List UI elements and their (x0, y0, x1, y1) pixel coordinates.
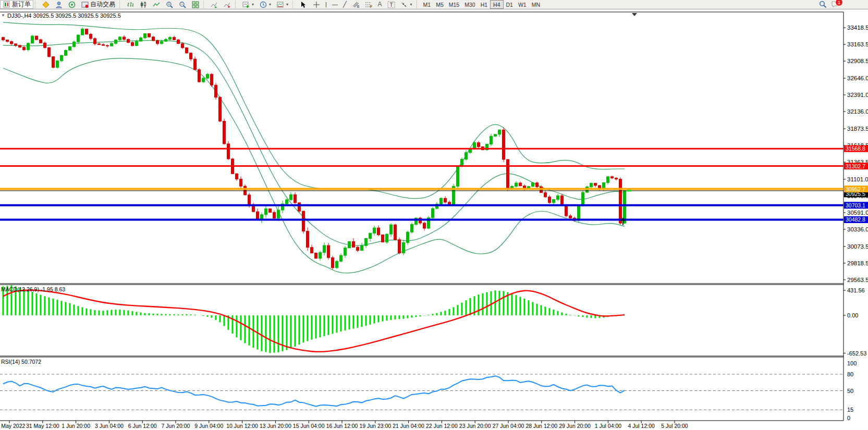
current-price-tick (627, 190, 631, 191)
autotrading-label: 自动交易 (90, 0, 115, 9)
timeframe-m1[interactable]: M1 (421, 1, 434, 8)
text-tool-button[interactable]: A (375, 0, 385, 9)
new-order-button[interactable]: 新订单 (0, 0, 33, 9)
timeframe-w1[interactable]: W1 (516, 1, 529, 8)
one-click-trading-toggle[interactable]: ▼ (1, 13, 5, 18)
chevron-down-icon[interactable]: ▾ (410, 2, 412, 7)
price-axis[interactable]: 33418.533163.532908.532646.032391.032136… (843, 24, 868, 283)
signals-button[interactable] (65, 0, 78, 9)
svg-text:9 Jun 04:00: 9 Jun 04:00 (194, 423, 223, 429)
svg-text:32391.0: 32391.0 (847, 92, 868, 98)
svg-text:32646.0: 32646.0 (847, 75, 868, 81)
profile-button[interactable] (52, 0, 65, 9)
templates-button[interactable]: ▾ (274, 0, 291, 9)
chevron-down-icon[interactable]: ▾ (252, 2, 254, 7)
chart-ohlc-values: 30925.5 30925.5 30925.5 30925.5 (33, 13, 121, 19)
chart-title: DJ30-,H4 30925.5 30925.5 30925.5 30925.5 (7, 13, 121, 19)
svg-text:100: 100 (847, 360, 857, 366)
toolbar-separator (417, 1, 419, 8)
bar-chart-icon (126, 1, 134, 8)
horizontal-line-tool-button[interactable]: — (329, 0, 340, 9)
svg-text:23 Jun 20:00: 23 Jun 20:00 (459, 423, 491, 429)
svg-text:-652.53: -652.53 (847, 350, 866, 357)
toolbar-separator (119, 1, 122, 8)
cursor-tool-button[interactable] (297, 0, 310, 9)
timeframe-d1[interactable]: D1 (504, 1, 516, 8)
chart-frame (0, 12, 843, 421)
channel-tool-button[interactable]: E (349, 0, 362, 9)
svg-text:6 Jun 12:00: 6 Jun 12:00 (128, 423, 157, 429)
tile-windows-button[interactable] (189, 0, 202, 9)
timeframe-bar: M1M5M15M30H1H4D1W1MN (421, 0, 543, 9)
svg-text:31873.5: 31873.5 (847, 126, 868, 132)
bar-chart-mode-button[interactable] (124, 0, 137, 9)
chart-canvas[interactable]: 33418.533163.532908.532646.032391.032136… (0, 9, 868, 430)
timeframe-m15[interactable]: M15 (446, 1, 462, 8)
chevron-down-icon[interactable]: ▾ (286, 2, 288, 7)
text-label-icon: T (387, 1, 395, 8)
svg-text:431.56: 431.56 (847, 287, 865, 293)
periods-button[interactable]: ▾ (256, 0, 274, 9)
zoom-out-button[interactable] (176, 0, 189, 9)
auto-scroll-button[interactable] (207, 0, 221, 9)
svg-text:32908.5: 32908.5 (847, 58, 868, 64)
horizontal-level-lines[interactable] (0, 149, 843, 219)
candlestick-chart-icon (139, 1, 147, 8)
cursor-icon (299, 1, 307, 8)
search-icon[interactable] (819, 1, 827, 8)
chart-shift-button[interactable] (221, 0, 234, 9)
metaeditor-button[interactable] (39, 0, 52, 9)
fibonacci-tool-button[interactable]: F (362, 0, 375, 9)
add-indicator-button[interactable]: ▾ (239, 0, 256, 9)
svg-text:29 Jun 20:00: 29 Jun 20:00 (559, 423, 591, 429)
trendline-tool-button[interactable]: ╱ (340, 0, 349, 9)
svg-text:7 Jun 20:00: 7 Jun 20:00 (162, 423, 190, 429)
macd-axis: 431.560.00-652.53 (843, 287, 866, 356)
new-order-label: 新订单 (12, 0, 31, 9)
chart-window[interactable]: 33418.533163.532908.532646.032391.032136… (0, 9, 868, 430)
text-icon: A (378, 1, 382, 8)
time-axis[interactable]: 30 May 202231 May 12:001 Jun 20:003 Jun … (0, 421, 688, 429)
svg-text:1 Jul 04:00: 1 Jul 04:00 (595, 423, 622, 429)
crosshair-tool-button[interactable] (310, 0, 323, 9)
mt4-window: 新订单 自动交易 (0, 0, 868, 430)
vertical-line-tool-button[interactable]: | (323, 0, 329, 9)
trendline-icon: ╱ (343, 1, 347, 8)
svg-text:33418.5: 33418.5 (847, 24, 868, 31)
arrows-tool-button[interactable]: ▾ (398, 0, 415, 9)
macd-signal-line (3, 290, 625, 351)
line-chart-mode-button[interactable] (150, 0, 163, 9)
chat-icon[interactable]: 1 (831, 1, 839, 8)
svg-text:0.00: 0.00 (847, 312, 858, 318)
autotrading-button[interactable]: 自动交易 (78, 0, 118, 9)
tile-windows-icon (191, 1, 199, 8)
svg-text:32136.0: 32136.0 (847, 108, 868, 115)
svg-text:T: T (389, 2, 393, 8)
chevron-down-icon[interactable]: ▾ (269, 2, 271, 7)
svg-text:13 Jun 20:00: 13 Jun 20:00 (260, 423, 291, 429)
zoom-in-button[interactable] (163, 0, 176, 9)
timeframe-m5[interactable]: M5 (433, 1, 446, 8)
text-label-tool-button[interactable]: T (385, 0, 398, 9)
vertical-line-icon: | (325, 1, 327, 8)
toolbar-right: 1 (819, 1, 839, 8)
timeframe-mn[interactable]: MN (529, 1, 543, 8)
autotrading-icon (81, 1, 89, 8)
timeframe-h4[interactable]: H4 (490, 0, 503, 9)
svg-text:30482.8: 30482.8 (846, 216, 865, 223)
new-order-icon (3, 1, 10, 8)
svg-text:5 Jul 20:00: 5 Jul 20:00 (661, 423, 688, 429)
metaeditor-icon (42, 1, 50, 8)
candlestick-mode-button[interactable] (137, 0, 150, 9)
zoom-in-icon (165, 1, 173, 8)
svg-text:30073.5: 30073.5 (847, 243, 868, 250)
macd-indicator-label: MACD(12,26,9) -1.95 8.63 (1, 286, 65, 292)
chart-symbol-timeframe: DJ30-,H4 (7, 13, 31, 19)
line-chart-icon (152, 1, 160, 8)
signals-icon (68, 1, 76, 8)
timeframe-h1[interactable]: H1 (478, 1, 490, 8)
svg-text:31568.8: 31568.8 (846, 145, 865, 152)
svg-text:80: 80 (847, 371, 853, 377)
svg-text:0: 0 (847, 415, 850, 421)
timeframe-m30[interactable]: M30 (462, 1, 478, 8)
